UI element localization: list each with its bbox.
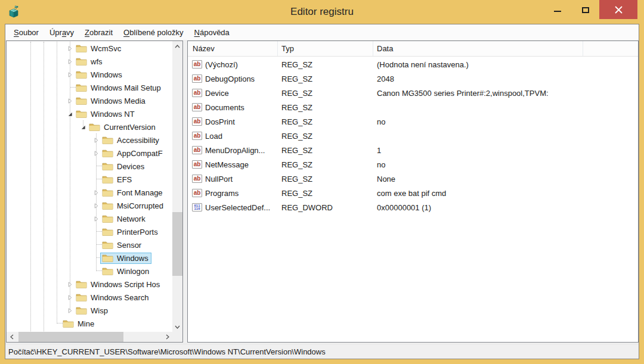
value-name: NullPort	[205, 175, 233, 183]
collapse-arrow-icon[interactable]	[66, 110, 74, 118]
tree-item-currentversion[interactable]: CurrentVersion	[79, 120, 159, 133]
value-rows: ab(Výchozí)REG_SZ(Hodnota není nastavena…	[188, 57, 638, 214]
collapse-arrow-icon[interactable]	[79, 123, 87, 131]
folder-icon	[76, 110, 87, 118]
tree-item-windows-script-hos[interactable]: Windows Script Hos	[66, 278, 163, 291]
expand-arrow-icon[interactable]	[66, 71, 74, 79]
scroll-right-button[interactable]	[162, 332, 172, 342]
value-type: REG_SZ	[278, 160, 373, 169]
value-data: no	[373, 160, 638, 169]
value-row-vychozi[interactable]: ab(Výchozí)REG_SZ(Hodnota není nastavena…	[188, 57, 638, 71]
value-row-device[interactable]: abDeviceREG_SZCanon MG3500 series Printe…	[188, 86, 638, 100]
folder-icon	[102, 241, 113, 249]
tree-item-label: MsiCorrupted	[117, 201, 163, 210]
value-row-documents[interactable]: abDocumentsREG_SZ	[188, 100, 638, 114]
expand-arrow-icon[interactable]	[92, 150, 100, 157]
tree-item-devices[interactable]: Devices	[92, 160, 147, 173]
minimize-button[interactable]	[543, 0, 571, 19]
value-row-debugoptions[interactable]: abDebugOptionsREG_SZ2048	[188, 71, 638, 86]
value-row-nullport[interactable]: abNullPortREG_SZNone	[188, 172, 638, 186]
menu-soubor[interactable]: Soubor	[8, 28, 44, 37]
tree-item-windows-media[interactable]: Windows Media	[66, 94, 148, 107]
close-button[interactable]	[599, 0, 637, 19]
value-name: Device	[205, 89, 229, 98]
scroll-right-icon	[166, 334, 169, 340]
tree-arrow-spacer	[92, 228, 100, 236]
folder-icon	[102, 267, 113, 275]
value-name: Programs	[205, 189, 239, 198]
expand-arrow-icon[interactable]	[92, 136, 100, 144]
value-type: REG_SZ	[278, 89, 373, 98]
value-row-menudropalign[interactable]: abMenuDropAlign...REG_SZ1	[188, 143, 638, 157]
value-row-userselecteddef[interactable]: 011110UserSelectedDef...REG_DWORD0x00000…	[188, 200, 638, 214]
tree-vertical-scrollbar[interactable]	[172, 41, 182, 332]
tree-item-printerports[interactable]: PrinterPorts	[92, 225, 161, 238]
tree-items: WcmSvcwfsWindowsWindows Mail SetupWindow…	[7, 42, 172, 331]
tree-arrow-spacer	[53, 320, 61, 328]
tree-item-mine[interactable]: Mine	[53, 317, 97, 330]
value-type: REG_SZ	[278, 132, 373, 141]
tree-item-winlogon[interactable]: Winlogon	[92, 265, 152, 278]
folder-icon	[76, 293, 87, 301]
menu-upravy[interactable]: Úpravy	[44, 28, 79, 37]
expand-arrow-icon[interactable]	[92, 202, 100, 210]
tree-item-msicorrupted[interactable]: MsiCorrupted	[92, 199, 166, 212]
tree-item-appcompatf[interactable]: AppCompatF	[92, 147, 166, 160]
menu-napoveda[interactable]: Nápověda	[189, 28, 235, 37]
tree-item-windows[interactable]: Windows	[66, 68, 125, 81]
value-data: no	[373, 117, 638, 126]
expand-arrow-icon[interactable]	[66, 45, 74, 52]
value-data: (Hodnota není nastavena.)	[373, 60, 638, 69]
tree-item-efs[interactable]: EFS	[92, 173, 135, 186]
string-value-icon: ab	[192, 117, 202, 126]
tree-item-network[interactable]: Network	[92, 212, 148, 225]
scroll-up-button[interactable]	[172, 41, 182, 51]
scroll-down-button[interactable]	[172, 322, 182, 332]
column-header-name[interactable]: Název	[188, 41, 278, 56]
folder-icon	[102, 228, 113, 236]
value-type: REG_SZ	[278, 103, 373, 112]
value-row-dosprint[interactable]: abDosPrintREG_SZno	[188, 114, 638, 129]
tree-horizontal-scrollbar[interactable]	[7, 332, 182, 342]
value-row-load[interactable]: abLoadREG_SZ	[188, 129, 638, 143]
value-row-programs[interactable]: abProgramsREG_SZcom exe bat pif cmd	[188, 186, 638, 200]
tree-item-windows[interactable]: Windows	[92, 251, 151, 265]
menu-bar: SouborÚpravyZobrazitOblíbené položkyNápo…	[5, 24, 639, 41]
expand-arrow-icon[interactable]	[66, 294, 74, 301]
maximize-button[interactable]	[571, 0, 599, 19]
expand-arrow-icon[interactable]	[66, 281, 74, 288]
folder-icon	[102, 136, 113, 144]
tree-item-windows-nt[interactable]: Windows NT	[66, 107, 138, 120]
string-value-icon: ab	[192, 103, 202, 111]
tree-item-label: Windows	[117, 254, 148, 263]
scroll-left-button[interactable]	[7, 332, 17, 342]
tree-item-sensor[interactable]: Sensor	[92, 238, 144, 251]
tree-item-wisp[interactable]: Wisp	[66, 304, 111, 317]
tree-item-wcmsvc[interactable]: WcmSvc	[66, 42, 124, 55]
tree-arrow-spacer	[92, 163, 100, 170]
folder-icon	[102, 188, 113, 197]
vertical-scroll-thumb[interactable]	[172, 212, 182, 276]
tree-item-windows-search[interactable]: Windows Search	[66, 291, 152, 304]
expand-arrow-icon[interactable]	[66, 97, 74, 105]
tree-arrow-spacer	[92, 254, 100, 262]
tree-arrow-spacer	[92, 176, 100, 183]
value-row-netmessage[interactable]: abNetMessageREG_SZno	[188, 157, 638, 172]
menu-oblibene-polozky[interactable]: Oblíbené položky	[118, 28, 188, 37]
tree-item-windows-mail-setup[interactable]: Windows Mail Setup	[66, 81, 164, 94]
column-header-type[interactable]: Typ	[278, 41, 373, 56]
column-header-data[interactable]: Data	[373, 41, 583, 56]
tree-item-label: Windows Media	[91, 97, 145, 105]
tree-item-accessibility[interactable]: Accessibility	[92, 133, 162, 147]
value-name: Load	[205, 132, 222, 141]
menu-zobrazit[interactable]: Zobrazit	[79, 28, 118, 37]
folder-icon	[76, 97, 87, 105]
tree-item-wfs[interactable]: wfs	[66, 55, 106, 68]
tree-item-font-manage[interactable]: Font Manage	[92, 186, 166, 199]
horizontal-scroll-thumb[interactable]	[18, 332, 123, 342]
expand-arrow-icon[interactable]	[66, 307, 74, 315]
expand-arrow-icon[interactable]	[92, 215, 100, 223]
string-value-icon: ab	[192, 175, 202, 183]
expand-arrow-icon[interactable]	[66, 58, 74, 66]
expand-arrow-icon[interactable]	[92, 189, 100, 197]
